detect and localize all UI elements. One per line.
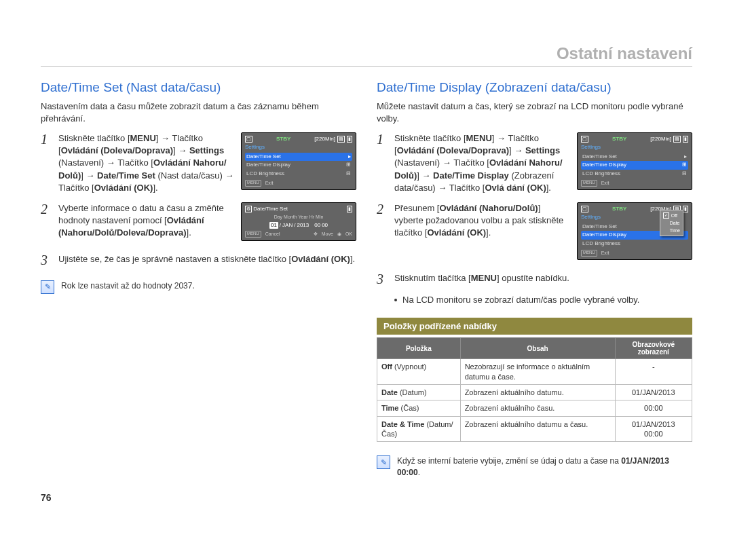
left-panel-1: ▢ STBY [220Min]▤▮ Settings Date/Time Set… [241,132,356,194]
step-text: Vyberte informace o datu a času a změňte… [58,202,234,240]
menu-row: Date/Time Display⊞ [245,161,352,169]
right-column: Date/Time Display (Zobrazení data/času) … [377,80,692,479]
menu-button: MENU [245,180,261,187]
hour-value: 00 [314,222,320,229]
left-panel-2: ⚙ Date/Time Set ▮ Day Month Year Hr Min … [241,202,356,245]
remaining-time: [220Min] [314,136,335,143]
panel-title: Date/Time Set [253,206,288,212]
left-heading: Date/Time Set (Nast data/času) [41,80,356,95]
menu-row: LCD Brightness⊟ [245,170,352,178]
day-value: 01 [269,222,278,229]
step-number: 2 [377,202,389,216]
bullet-text: Na LCD monitoru se zobrazí datum/čas pod… [402,294,639,306]
menu-row: Date/Time Set▸ [581,153,688,161]
settings-label: Settings [581,144,688,151]
camera-icon: ▢ [581,136,588,143]
battery-icon: ▮ [683,206,688,212]
step-number: 1 [377,132,389,146]
left-intro: Nastavením data a času můžete zobrazit d… [41,100,356,124]
subhead: Položky podřízené nabídky [377,318,692,335]
exit-label: Exit [265,180,274,187]
gear-icon: ⚙ [245,206,252,212]
exit-label: Exit [601,180,609,187]
step-number: 3 [41,253,53,267]
sd-icon: ▤ [337,136,345,143]
right-intro: Můžete nastavit datum a čas, který se zo… [377,100,692,124]
step-text: Přesunem [Ovládání (Nahoru/Dolů)] vybert… [394,202,570,240]
menu-button: MENU [581,180,597,187]
camera-icon: ▢ [245,136,252,143]
camera-icon: ▢ [581,206,588,212]
sd-icon: ▤ [673,136,681,143]
step-number: 3 [377,272,389,286]
left-column: Date/Time Set (Nast data/času) Nastavení… [41,80,356,479]
note-text: Rok lze nastavit až do hodnoty 2037. [61,280,195,292]
right-panel-1: ▢ STBY [220Min]▤▮ Settings Date/Time Set… [577,132,692,194]
note-icon: ✎ [41,280,54,294]
note-text: Když se interní baterie vybije, změní se… [397,455,692,479]
step-number: 2 [41,202,53,216]
submenu-table: Položka Obsah Obrazovkové zobrazení Off … [377,337,692,442]
right-panel-2: ▢ STBY [220Min]▤▮ Settings Date/Time Set… [577,202,692,264]
menu-row: LCD Brightness [581,240,688,248]
bullet-icon [394,299,397,301]
step-number: 1 [41,132,53,146]
exit-label: Exit [601,250,609,257]
menu-row-selected: Date/Time Display⊞ [581,161,688,169]
stby-label: STBY [276,136,290,143]
month-value: JAN [282,222,293,229]
move-label: Move [322,231,333,238]
check-icon: ✓ [663,212,669,219]
page-title: Ostatní nastavení [41,44,692,67]
menu-row-selected: Date/Time Set▸ [245,153,352,161]
settings-label: Settings [245,144,352,151]
step-text: Ujistěte se, že čas je správně nastaven … [58,253,356,265]
menu-button: MENU [245,231,261,238]
battery-icon: ▮ [347,136,352,143]
note-icon: ✎ [377,455,390,469]
minute-value: 00 [322,222,328,229]
right-heading: Date/Time Display (Zobrazení data/času) [377,80,692,95]
stby-label: STBY [612,136,626,143]
menu-row: LCD Brightness⊟ [581,170,688,178]
battery-icon: ▮ [683,136,688,143]
ok-label: OK [345,231,352,238]
year-value: 2013 [297,222,309,229]
cancel-label: Cancel [265,231,280,238]
page-number: 76 [41,492,692,503]
stby-label: STBY [612,206,626,212]
step-text: Stiskněte tlačítko [MENU] → Tlačítko [Ov… [58,132,234,194]
menu-button: MENU [581,250,597,257]
step-text: Stiskněte tlačítko [MENU] → Tlačítko [Ov… [394,132,570,194]
th-item: Položka [377,338,461,359]
step-text: Stisknutím tlačítka [MENU] opustíte nabí… [394,272,692,284]
options-popup: ✓Off Date Time [660,210,683,236]
th-content: Obsah [460,338,615,359]
battery-icon: ▮ [347,206,352,212]
th-display: Obrazovkové zobrazení [615,338,692,359]
remaining-time: [220Min] [650,136,671,143]
